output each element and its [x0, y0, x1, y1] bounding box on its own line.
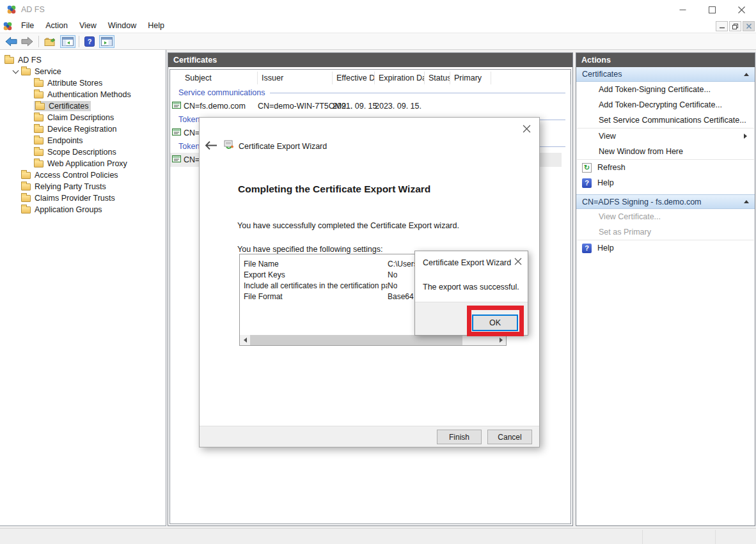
finish-button[interactable]: Finish — [437, 430, 482, 444]
column-issuer[interactable]: Issuer — [258, 72, 333, 84]
tree-item-label: Attribute Stores — [47, 79, 102, 88]
wizard-success-text: You have successfully completed the Cert… — [237, 221, 459, 230]
tree-item-claim-descriptions[interactable]: Claim Descriptions — [0, 112, 166, 123]
tree-item-label: Application Groups — [35, 205, 102, 214]
messagebox-message: The export was successful. — [423, 283, 519, 291]
help-icon[interactable]: ? — [83, 35, 97, 49]
messagebox-close-icon[interactable] — [514, 257, 523, 266]
scroll-left-icon[interactable] — [240, 335, 250, 345]
child-minimize-button[interactable] — [716, 21, 728, 31]
menu-file[interactable]: File — [15, 19, 40, 33]
action-view[interactable]: View — [576, 128, 755, 144]
cancel-button[interactable]: Cancel — [487, 430, 532, 444]
tree-item-certificates[interactable]: Certificates — [0, 100, 166, 112]
cert-subject: CN=fs.demo.com — [184, 102, 246, 111]
help-icon: ? — [582, 244, 592, 253]
certificate-icon — [172, 155, 181, 164]
help-icon: ? — [582, 178, 592, 188]
minimize-button[interactable] — [668, 0, 697, 19]
tree-item-application-groups[interactable]: Application Groups — [0, 204, 166, 215]
tree-item-endpoints[interactable]: Endpoints — [0, 135, 166, 146]
cert-subject: CN= — [184, 128, 200, 137]
tree-item-label: Service — [35, 67, 61, 76]
tree-item-service[interactable]: Service — [0, 66, 166, 77]
menu-help[interactable]: Help — [142, 19, 170, 33]
tree-item-label: Endpoints — [47, 136, 83, 145]
export-folder-icon[interactable] — [42, 35, 58, 49]
tree-item-device-registration[interactable]: Device Registration — [0, 123, 166, 135]
export-successful-messagebox: Certificate Export Wizard The export was… — [414, 251, 528, 336]
scrollbar-track[interactable] — [250, 335, 496, 345]
action-help-1[interactable]: ? Help — [576, 175, 755, 190]
tree-item-web-application-proxy[interactable]: Web Application Proxy — [0, 158, 166, 169]
maximize-button[interactable] — [697, 0, 727, 19]
statusbar-cell — [715, 530, 756, 544]
tree-item-label: Certificates — [49, 102, 89, 111]
actions-section-adfs-signing[interactable]: CN=ADFS Signing - fs.demo.com — [576, 194, 755, 209]
tree-item-attribute-stores[interactable]: Attribute Stores — [0, 77, 166, 89]
menu-view[interactable]: View — [74, 19, 102, 33]
tree-item-label: Scope Descriptions — [47, 148, 116, 157]
ok-button[interactable]: OK — [472, 315, 518, 331]
folder-icon — [34, 91, 43, 98]
menu-action[interactable]: Action — [40, 19, 74, 33]
new-window-icon[interactable] — [99, 35, 114, 48]
child-restore-button[interactable] — [729, 21, 741, 31]
wizard-heading: Completing the Certificate Export Wizard — [238, 183, 430, 195]
collapse-icon[interactable] — [744, 73, 749, 76]
menu-window[interactable]: Window — [102, 19, 142, 33]
action-add-token-signing[interactable]: Add Token-Signing Certificate... — [576, 82, 755, 97]
tree-item-claims-provider-trusts[interactable]: Claims Provider Trusts — [0, 192, 166, 204]
column-expiration-date[interactable]: Expiration Date — [375, 72, 425, 84]
toolbar-separator — [38, 36, 39, 47]
forward-icon[interactable] — [19, 35, 35, 49]
tree-item-access-control-policies[interactable]: Access Control Policies — [0, 169, 166, 181]
console-tree-icon[interactable] — [60, 35, 75, 48]
column-primary[interactable]: Primary — [450, 72, 491, 84]
collapse-icon[interactable] — [744, 200, 749, 203]
wizard-footer: Finish Cancel — [200, 426, 539, 447]
wizard-back-icon[interactable] — [205, 141, 218, 152]
tree-item-scope-descriptions[interactable]: Scope Descriptions — [0, 146, 166, 158]
tree-item-label: Claim Descriptions — [47, 113, 114, 122]
action-set-as-primary[interactable]: Set as Primary — [576, 224, 755, 240]
back-icon[interactable] — [3, 35, 19, 49]
list-column-headers: Subject Issuer Effective Date Expiration… — [170, 70, 571, 86]
tree-item-authentication-methods[interactable]: Authentication Methods — [0, 89, 166, 100]
cert-row-service-communications[interactable]: CN=fs.demo.com CN=demo-WIN-7T5OM9... 202… — [170, 99, 571, 113]
tree-item-adfs[interactable]: AD FS — [0, 54, 166, 66]
console-tree-panel: AD FS Service Attribute Stores Authentic… — [0, 50, 166, 526]
close-button[interactable] — [727, 0, 756, 19]
action-set-service-communications[interactable]: Set Service Communications Certificate..… — [576, 113, 755, 128]
scroll-right-icon[interactable] — [496, 335, 506, 345]
folder-icon — [21, 206, 31, 214]
scrollbar-thumb[interactable] — [250, 335, 462, 345]
tree-item-relying-party-trusts[interactable]: Relying Party Trusts — [0, 181, 166, 192]
window-title: AD FS — [21, 5, 45, 14]
chevron-down-icon[interactable] — [10, 71, 21, 73]
horizontal-scrollbar[interactable] — [240, 335, 506, 345]
action-refresh[interactable]: ↻ Refresh — [576, 160, 755, 175]
child-close-button[interactable] — [743, 21, 755, 31]
certificate-icon — [172, 128, 181, 137]
cert-subject: CN= — [184, 155, 200, 164]
statusbar-cell — [642, 530, 715, 544]
action-help-2[interactable]: ? Help — [576, 240, 755, 256]
column-effective-date[interactable]: Effective Date — [333, 72, 375, 84]
tree-item-label: Authentication Methods — [47, 90, 131, 99]
action-add-token-decrypting[interactable]: Add Token-Decrypting Certificate... — [576, 97, 755, 113]
folder-icon — [21, 183, 31, 190]
folder-icon — [34, 137, 43, 144]
action-view-certificate[interactable]: View Certificate... — [576, 209, 755, 224]
group-service-communications: Service communications — [170, 86, 571, 99]
folder-icon — [34, 149, 43, 156]
column-subject[interactable]: Subject — [170, 72, 258, 84]
column-status[interactable]: Status — [425, 72, 450, 84]
wizard-close-icon[interactable] — [521, 123, 532, 134]
svg-text:?: ? — [88, 38, 92, 45]
action-new-window[interactable]: New Window from Here — [576, 144, 755, 159]
actions-section-certificates[interactable]: Certificates — [576, 67, 755, 82]
actions-panel: Actions Certificates Add Token-Signing C… — [576, 52, 755, 526]
wizard-settings-label: You have specified the following setting… — [237, 245, 382, 254]
certificate-export-icon — [223, 139, 235, 152]
